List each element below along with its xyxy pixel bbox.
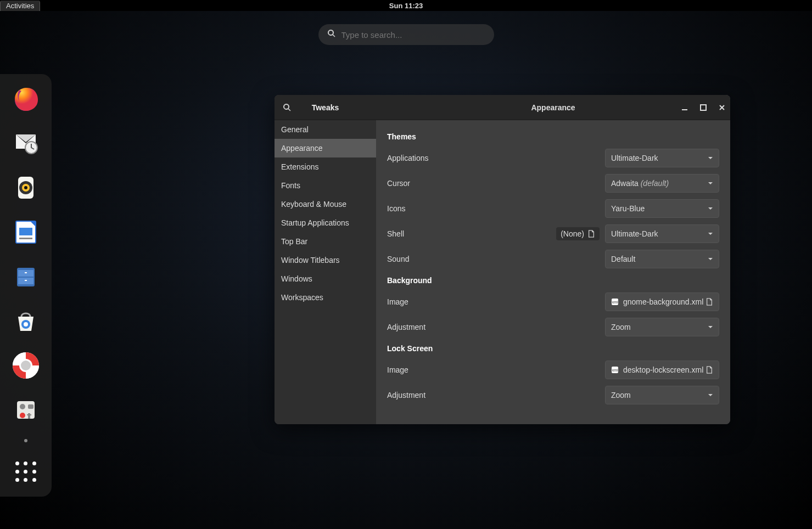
overview-search[interactable] bbox=[318, 24, 494, 45]
top-bar: Activities Sun 11:23 bbox=[0, 0, 812, 11]
sidebar-item-startup[interactable]: Startup Applications bbox=[275, 213, 376, 232]
svg-rect-21 bbox=[28, 404, 33, 409]
svg-rect-9 bbox=[19, 238, 32, 239]
row-bg-image: Image xml gnome-background.xml bbox=[387, 289, 719, 314]
label-bg-adjustment: Adjustment bbox=[387, 323, 425, 331]
xml-file-icon: xml bbox=[611, 366, 619, 374]
mail-icon bbox=[12, 129, 40, 157]
none-label: (None) bbox=[561, 229, 584, 238]
dock-separator bbox=[24, 439, 27, 442]
files-icon bbox=[13, 263, 39, 290]
sidebar-item-general[interactable]: General bbox=[275, 120, 376, 139]
xml-file-icon: xml bbox=[611, 298, 619, 306]
dropdown-icons[interactable]: Yaru-Blue bbox=[605, 199, 719, 218]
clock[interactable]: Sun 11:23 bbox=[389, 2, 423, 10]
dropdown-ls-adjustment[interactable]: Zoom bbox=[605, 386, 719, 404]
dropdown-value: Zoom bbox=[611, 323, 631, 331]
close-icon bbox=[719, 104, 725, 111]
filechooser-ls-image[interactable]: xml desktop-lockscreen.xml bbox=[605, 361, 719, 379]
sidebar-item-keyboard-mouse[interactable]: Keyboard & Mouse bbox=[275, 195, 376, 213]
svg-rect-14 bbox=[25, 280, 27, 281]
maximize-icon bbox=[700, 104, 707, 111]
section-title-background: Background bbox=[387, 276, 719, 285]
section-title-themes: Themes bbox=[387, 132, 719, 141]
dock-item-help[interactable] bbox=[10, 350, 41, 380]
speaker-icon bbox=[13, 175, 39, 201]
search-input[interactable] bbox=[341, 30, 485, 40]
svg-rect-26 bbox=[701, 105, 706, 110]
help-icon bbox=[12, 351, 40, 380]
svg-rect-8 bbox=[19, 228, 32, 235]
chevron-down-icon bbox=[708, 229, 713, 238]
svg-point-6 bbox=[24, 186, 27, 189]
minimize-button[interactable] bbox=[681, 104, 688, 111]
row-ls-adjustment: Adjustment Zoom bbox=[387, 382, 719, 408]
label-icons: Icons bbox=[387, 204, 405, 213]
sidebar: Tweaks General Appearance Extensions Fon… bbox=[275, 95, 376, 424]
dock-item-rhythmbox[interactable] bbox=[10, 173, 41, 203]
sidebar-item-topbar[interactable]: Top Bar bbox=[275, 232, 376, 251]
sidebar-search-button[interactable] bbox=[281, 102, 293, 114]
label-bg-image: Image bbox=[387, 297, 408, 306]
sidebar-item-titlebars[interactable]: Window Titlebars bbox=[275, 251, 376, 269]
dock-item-settings[interactable] bbox=[10, 395, 41, 425]
activities-button[interactable]: Activities bbox=[0, 1, 40, 11]
chevron-down-icon bbox=[708, 323, 713, 331]
software-icon bbox=[13, 308, 39, 334]
maximize-button[interactable] bbox=[699, 104, 707, 111]
close-button[interactable] bbox=[718, 104, 726, 111]
row-icons: Icons Yaru-Blue bbox=[387, 196, 719, 221]
dock-item-software[interactable] bbox=[10, 306, 41, 336]
writer-icon bbox=[13, 219, 39, 245]
dock-item-files[interactable] bbox=[10, 262, 41, 292]
label-applications: Applications bbox=[387, 154, 429, 162]
dropdown-value: Ultimate-Dark bbox=[611, 229, 658, 238]
dropdown-value: Yaru-Blue bbox=[611, 204, 645, 213]
label-shell: Shell bbox=[387, 229, 404, 238]
dropdown-applications[interactable]: Ultimate-Dark bbox=[605, 149, 719, 167]
svg-point-18 bbox=[21, 361, 31, 370]
search-icon bbox=[283, 103, 292, 112]
dropdown-cursor[interactable]: Adwaita (default) bbox=[605, 174, 719, 193]
dock-item-mail[interactable] bbox=[10, 128, 41, 159]
content-body: Themes Applications Ultimate-Dark Cursor… bbox=[376, 120, 730, 415]
sidebar-item-extensions[interactable]: Extensions bbox=[275, 157, 376, 176]
svg-point-22 bbox=[20, 413, 25, 418]
sidebar-item-windows[interactable]: Windows bbox=[275, 269, 376, 288]
svg-point-16 bbox=[24, 322, 28, 327]
row-applications: Applications Ultimate-Dark bbox=[387, 145, 719, 171]
label-cursor: Cursor bbox=[387, 179, 410, 188]
svg-rect-23 bbox=[28, 413, 30, 419]
chevron-down-icon bbox=[708, 204, 713, 213]
minimize-icon bbox=[681, 104, 688, 111]
dropdown-bg-adjustment[interactable]: Zoom bbox=[605, 318, 719, 336]
dropdown-shell[interactable]: Ultimate-Dark bbox=[605, 224, 719, 243]
row-shell: Shell (None) Ultimate-Dark bbox=[387, 221, 719, 246]
section-title-lockscreen: Lock Screen bbox=[387, 344, 719, 353]
sidebar-item-fonts[interactable]: Fonts bbox=[275, 176, 376, 195]
svg-text:xml: xml bbox=[612, 300, 618, 304]
file-icon bbox=[587, 230, 595, 238]
sidebar-title: Tweaks bbox=[312, 103, 339, 112]
sidebar-item-workspaces[interactable]: Workspaces bbox=[275, 288, 376, 307]
dropdown-value: Default bbox=[611, 255, 635, 263]
sidebar-header: Tweaks bbox=[275, 95, 376, 120]
tweaks-window: Tweaks General Appearance Extensions Fon… bbox=[275, 95, 730, 424]
shell-none-tag[interactable]: (None) bbox=[556, 227, 600, 240]
label-ls-image: Image bbox=[387, 365, 408, 374]
dropdown-sound[interactable]: Default bbox=[605, 250, 719, 268]
apps-grid-icon bbox=[15, 461, 37, 483]
dock-item-firefox[interactable] bbox=[10, 84, 41, 114]
svg-rect-25 bbox=[682, 109, 687, 110]
svg-rect-24 bbox=[27, 414, 31, 415]
search-icon bbox=[327, 29, 336, 40]
dropdown-value: Zoom bbox=[611, 391, 631, 399]
dock-item-writer[interactable] bbox=[10, 217, 41, 247]
filechooser-bg-image[interactable]: xml gnome-background.xml bbox=[605, 292, 719, 311]
file-icon bbox=[705, 366, 713, 374]
sidebar-item-appearance[interactable]: Appearance bbox=[275, 139, 376, 157]
dock-item-apps[interactable] bbox=[10, 457, 41, 487]
dropdown-value: Ultimate-Dark bbox=[611, 154, 658, 162]
settings-icon bbox=[13, 397, 39, 423]
row-ls-image: Image xml desktop-lockscreen.xml bbox=[387, 357, 719, 382]
